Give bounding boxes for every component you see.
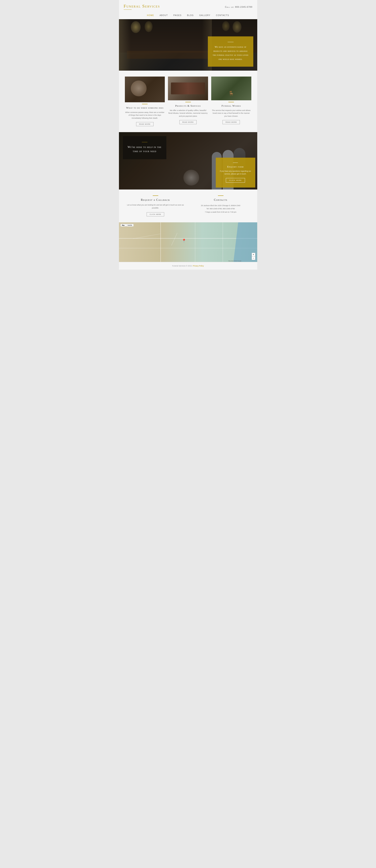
services-section: What to do when someone dies When someon… <box>119 71 257 132</box>
grief-image <box>125 76 165 102</box>
help-dark-box: We're here to help in the time of your n… <box>123 136 166 159</box>
nature-image <box>211 76 251 100</box>
service-grief: What to do when someone dies When someon… <box>125 76 165 126</box>
contacts-divider <box>218 195 224 196</box>
logo-area: Funeral Services <box>124 4 160 10</box>
service-products: Products & Services We offer a selection… <box>168 76 208 124</box>
wishes-read-more[interactable]: Read More <box>223 120 240 124</box>
contacts-column: Contacts 28 Jackson Blvd Ste 1020 Chicag… <box>190 195 251 216</box>
callback-column: Request a Callback Let us know what you … <box>125 195 186 216</box>
nav-about[interactable]: About <box>160 14 168 17</box>
nav-blog[interactable]: Blog <box>187 14 194 17</box>
wishes-desc: The service that respects your wishes an… <box>211 109 251 118</box>
grief-divider <box>142 104 147 104</box>
nav-pages[interactable]: Pages <box>173 14 181 17</box>
phone-label: Call us: 800-2345-6789 <box>225 6 252 8</box>
site-title: Funeral Services <box>124 4 160 9</box>
map-section[interactable]: Map Satellite 📍 + − <box>119 222 257 262</box>
map-zoom-controls: + − <box>252 253 255 260</box>
help-title: We're here to help in the time of your n… <box>127 145 162 153</box>
privacy-policy-link[interactable]: Privacy Policy <box>193 265 204 267</box>
enquiry-box: Enquiry form If you have any questions r… <box>216 158 255 188</box>
nav-contacts[interactable]: Contacts <box>216 14 229 17</box>
site-header: Funeral Services Call us: 800-2345-6789 <box>119 0 257 12</box>
nav-gallery[interactable]: Gallery <box>199 14 210 17</box>
callback-click-here[interactable]: CLiCK HERE <box>147 212 164 216</box>
site-footer: Funeral Services © 2015. Privacy Policy <box>119 262 257 270</box>
map-background: Map Satellite 📍 + − <box>119 222 257 262</box>
callback-divider <box>153 195 158 196</box>
map-zoom-in[interactable]: + <box>252 253 255 256</box>
wishes-divider <box>229 102 234 102</box>
map-zoom-out[interactable]: − <box>252 256 255 260</box>
enquiry-desc: If you have any questions regarding our … <box>219 170 252 175</box>
main-nav: Home About Pages Blog Gallery Contacts <box>119 12 257 19</box>
coffin-image <box>168 76 208 100</box>
map-pin: 📍 <box>182 239 186 243</box>
nav-home[interactable]: Home <box>147 14 154 17</box>
enquiry-title: Enquiry form <box>219 165 252 168</box>
contacts-address: 28 Jackson Blvd Ste 1020 Chicago Il, 606… <box>190 204 251 214</box>
callback-contacts-section: Request a Callback Let us know what you … <box>119 189 257 222</box>
grief-desc: When someone passes away, there are a nu… <box>125 111 165 120</box>
callback-desc: Let us know what you are looking for and… <box>125 204 186 209</box>
callback-title: Request a Callback <box>125 198 186 202</box>
wishes-title: Funeral Wishes <box>211 104 251 107</box>
grief-title: What to do when someone dies <box>125 106 165 110</box>
help-banner-section: We're here to help in the time of your n… <box>119 132 257 189</box>
products-divider <box>185 102 191 102</box>
enquiry-click-here[interactable]: ClICK HERE <box>226 178 245 183</box>
hero-section: We have an extensive range of products a… <box>119 19 257 71</box>
contacts-title: Contacts <box>190 198 251 202</box>
hero-overlay-box: We have an extensive range of products a… <box>208 36 253 67</box>
products-title: Products & Services <box>168 104 208 107</box>
hero-description: We have an extensive range of products a… <box>212 45 249 61</box>
grief-read-more[interactable]: Read More <box>136 122 153 126</box>
phone-area: Call us: 800-2345-6789 <box>225 5 252 8</box>
service-wishes: Funeral Wishes The service that respects… <box>211 76 251 124</box>
products-desc: We offer a selection of quality coffins,… <box>168 109 208 118</box>
products-read-more[interactable]: Read More <box>179 120 197 124</box>
footer-text: Funeral Services © 2015. Privacy Policy <box>122 265 254 267</box>
